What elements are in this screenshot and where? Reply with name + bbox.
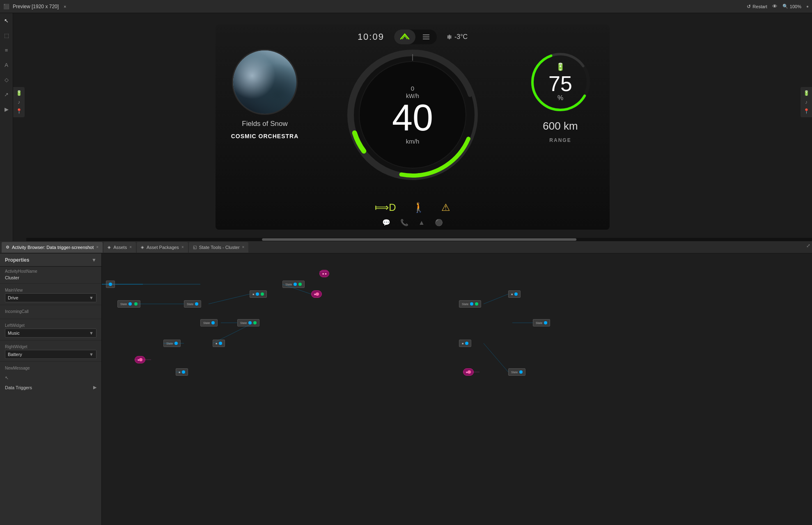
prop-select-value-1: Drive <box>8 295 18 300</box>
battery-center: 🔋 75 % <box>548 62 572 102</box>
sidebar-text-tool[interactable]: A <box>2 61 11 69</box>
tab-activity-browser[interactable]: ⚙ Activity Browser: Data trigger-screens… <box>2 242 103 253</box>
node-gray-2[interactable]: State <box>184 300 201 308</box>
hud-nav-pill[interactable] <box>394 30 437 44</box>
message-icon[interactable]: 💬 <box>382 219 390 226</box>
battery-ring: 🔋 75 % <box>528 49 593 115</box>
battery-percentage: 75 <box>548 72 572 96</box>
node-gray-7[interactable]: ■ <box>213 340 225 347</box>
prop-new-message: NewMessage <box>0 363 101 374</box>
sidebar-cursor-tool[interactable]: ↖ <box>2 16 11 25</box>
track-name: Fields of Snow <box>242 120 288 128</box>
prop-select-value-4: Battery <box>8 352 22 357</box>
album-art <box>232 49 298 115</box>
scrollbar-thumb <box>262 238 576 241</box>
preview-right-panel: 🔋 ♪ 📍 <box>801 87 812 117</box>
node-pink-4[interactable]: ■ <box>463 368 474 376</box>
node-gray-4[interactable]: State <box>282 281 305 288</box>
prop-left-widget: LeftWidget Music ▼ <box>0 321 101 338</box>
dashboard: 10:09 ❄ -3°C <box>216 25 610 230</box>
hud-nav-menu-icon[interactable] <box>415 30 437 44</box>
node-pink-2[interactable]: ■ <box>311 290 322 298</box>
node-gray-13[interactable]: ■ <box>459 340 471 347</box>
tab-close-1[interactable]: × <box>129 245 132 249</box>
speedo-power-val: 0 <box>392 85 433 92</box>
battery-icon: 🔋 <box>548 62 572 71</box>
node-pink-3[interactable]: ■ <box>135 356 145 363</box>
eye-button[interactable]: 👁 <box>772 3 778 9</box>
close-button[interactable]: × <box>64 4 66 9</box>
node-pink-1[interactable]: ■ ■ <box>319 270 329 277</box>
dot-indicator: ● <box>806 4 809 9</box>
tab-asset-packages[interactable]: ◈ Asset Packages × <box>137 242 188 253</box>
phone-icon[interactable]: 📞 <box>400 219 408 226</box>
divider-2 <box>0 319 101 319</box>
prop-value-0: Cluster <box>5 274 96 281</box>
data-triggers-section[interactable]: Data Triggers ▶ <box>0 382 101 393</box>
svg-line-23 <box>484 294 508 304</box>
weather-icon: ❄ <box>447 33 452 41</box>
node-gray-8[interactable]: State <box>163 340 181 347</box>
prop-right-widget: RightWidget Battery ▼ <box>0 342 101 360</box>
tab-icon-2: ◈ <box>141 245 144 249</box>
restart-button[interactable]: ↺ Restart <box>747 4 767 9</box>
tab-state-tools[interactable]: ◱ State Tools - Cluster × <box>189 242 249 253</box>
sidebar-share-tool[interactable]: ↗ <box>2 90 11 98</box>
prop-incoming-call: IncomingCall <box>0 307 101 317</box>
node-graph[interactable]: ■ ■ State State ■ <box>102 253 812 525</box>
prop-select-right-widget[interactable]: Battery ▼ <box>5 350 96 359</box>
prop-select-left-widget[interactable]: Music ▼ <box>5 329 96 338</box>
lights-icon: ⟾D <box>375 202 396 213</box>
node-gray-6[interactable]: State <box>237 319 259 326</box>
tab-icon-3: ◱ <box>193 245 197 249</box>
tab-icon-1: ◈ <box>108 245 111 249</box>
hud-weather: ❄ -3°C <box>447 33 468 41</box>
node-gray-12[interactable]: State <box>533 319 550 326</box>
eye-icon: 👁 <box>772 3 778 9</box>
sidebar-shapes-tool[interactable]: ◇ <box>2 75 11 84</box>
prop-main-view: MainView Drive ▼ <box>0 285 101 303</box>
prop-select-value-3: Music <box>8 331 20 336</box>
battery-left-icon: 🔋 <box>16 90 22 96</box>
tab-close-0[interactable]: × <box>96 245 99 249</box>
album-progress-ring <box>232 49 298 115</box>
hud-nav-drive-icon[interactable] <box>394 30 415 44</box>
settings-nav-icon[interactable]: ⚫ <box>435 219 443 226</box>
node-gray-1[interactable]: State <box>117 300 140 308</box>
props-chevron-icon[interactable]: ▼ <box>92 257 96 263</box>
zoom-control[interactable]: 🔍 100% <box>782 4 801 9</box>
bottom-nav: 💬 📞 ▲ ⚫ <box>382 219 443 226</box>
prop-value-5 <box>5 371 96 373</box>
prop-activity-host-name: ActivityHostName Cluster <box>0 267 101 282</box>
range-label: RANGE <box>549 137 571 143</box>
sidebar-layers-tool[interactable]: ≡ <box>2 46 11 54</box>
props-header: Properties ▼ <box>0 253 101 267</box>
node-gray-5[interactable]: State <box>200 319 218 326</box>
sidebar-video-tool[interactable]: ▶ <box>2 105 11 113</box>
artist-name: COSMIC ORCHESTRA <box>231 133 299 139</box>
tab-label-0: Activity Browser: Data trigger-screensho… <box>12 245 94 250</box>
divider-4 <box>0 361 101 362</box>
panel-expand-icon[interactable]: ⤢ <box>806 243 810 249</box>
prop-select-main-view[interactable]: Drive ▼ <box>5 293 96 302</box>
tab-close-2[interactable]: × <box>181 245 184 249</box>
right-panel-battery: 🔋 75 % 600 km RANGE <box>519 49 601 143</box>
node-gray-3[interactable]: ■ <box>250 290 267 298</box>
tab-close-3[interactable]: × <box>242 245 245 249</box>
node-gray-11[interactable]: ■ <box>508 290 521 298</box>
speedo-unit: km/h <box>392 138 433 145</box>
nav-icon[interactable]: ▲ <box>418 219 425 226</box>
prop-label-4: RightWidget <box>5 345 96 349</box>
node-gray-10[interactable]: State <box>459 300 481 308</box>
node-gray-14[interactable]: State <box>508 368 525 376</box>
tab-assets[interactable]: ◈ Assets × <box>103 242 136 253</box>
zoom-level: 100% <box>790 4 801 9</box>
cursor-indicator: ↖ <box>0 374 101 382</box>
preview-scrollbar[interactable] <box>26 238 812 241</box>
speedo-speed: 40 <box>392 97 433 138</box>
range-value: 600 km <box>543 120 578 132</box>
bottom-icons: ⟾D 🚶 ⚠ <box>375 202 450 213</box>
node-gray-9[interactable]: ■ <box>176 368 188 376</box>
sidebar-select-tool[interactable]: ⬚ <box>2 31 11 39</box>
node-connector-left[interactable] <box>106 281 115 288</box>
